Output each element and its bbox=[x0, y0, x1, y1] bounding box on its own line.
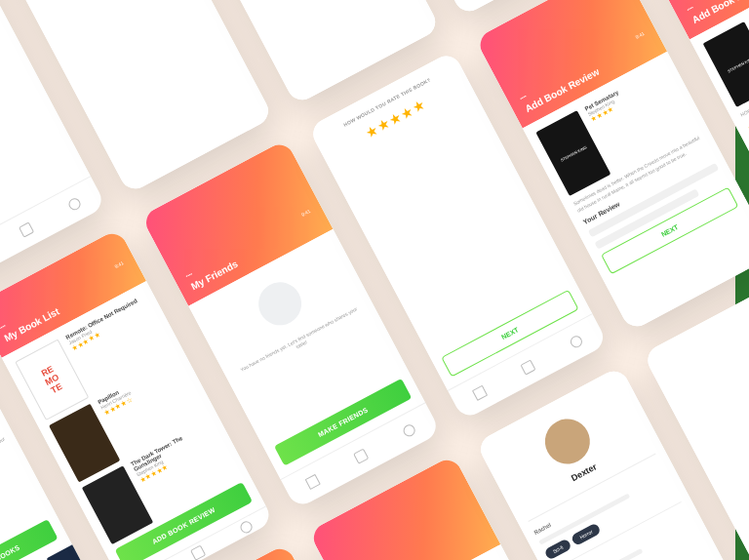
book-cover: REMOTE bbox=[15, 340, 89, 421]
book-cover bbox=[49, 404, 120, 483]
book-cover: STEPHEN KING bbox=[703, 21, 749, 107]
avatar bbox=[537, 411, 598, 471]
friends-empty-icon bbox=[251, 275, 309, 334]
mockup-stage: You have no books yet. Go get one and te… bbox=[0, 0, 749, 560]
phone-grid: You have no books yet. Go get one and te… bbox=[0, 0, 749, 560]
book-cover: STEPHEN KING bbox=[535, 110, 611, 196]
